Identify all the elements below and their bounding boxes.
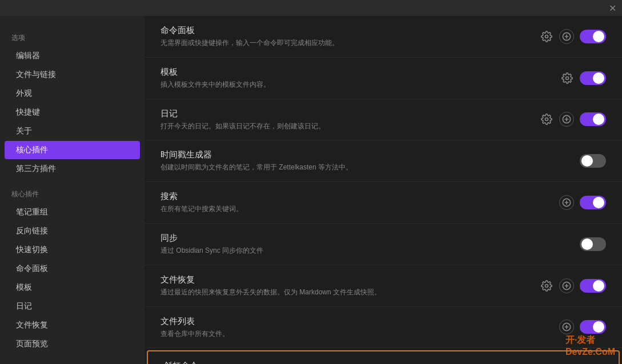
- sidebar-section-options: 选项: [0, 30, 145, 46]
- gear-icon-command-palette[interactable]: [540, 30, 553, 43]
- toggle-sync[interactable]: [580, 237, 606, 251]
- sidebar-item-templates[interactable]: 模板: [5, 278, 140, 297]
- plugin-controls-templates: [560, 71, 606, 85]
- toggle-search[interactable]: [580, 196, 606, 209]
- plugin-info-file-explorer: 文件列表查看仓库中所有文件。: [160, 316, 559, 339]
- plugin-panel: 命令面板无需界面或快捷键操作，输入一个命令即可完成相应功能。 模板插入模板文件夹…: [145, 16, 622, 364]
- sidebar-item-backlinks[interactable]: 反向链接: [5, 222, 140, 240]
- plugin-name-command-palette: 命令面板: [160, 25, 540, 36]
- plugin-item-file-explorer: 文件列表查看仓库中所有文件。: [145, 307, 622, 349]
- plugin-controls-file-recovery: [540, 278, 606, 293]
- sidebar-item-hotkeys[interactable]: 快捷键: [5, 103, 140, 122]
- sidebar-item-appearance[interactable]: 外观: [5, 84, 140, 103]
- plugin-desc-daily-notes: 打开今天的日记。如果该日记不存在，则创建该日记。: [160, 122, 540, 131]
- plugin-item-templates: 模板插入模板文件夹中的模板文件内容。: [145, 58, 622, 99]
- sidebar-item-daily-notes[interactable]: 日记: [5, 297, 140, 316]
- close-button[interactable]: ✕: [607, 3, 617, 13]
- plugin-item-file-recovery: 文件恢复通过最近的快照来恢复意外丢失的数据。仅为 Markdown 文件生成快照…: [145, 265, 622, 307]
- plugin-controls-search: [559, 195, 606, 210]
- plugin-item-sync: 同步通过 Obsidian Sync 同步你的文件: [145, 224, 622, 265]
- plugin-info-zk-prefixer: 时间戳生成器创建以时间戳为文件名的笔记，常用于 Zettelkasten 等方法…: [160, 149, 580, 172]
- plugin-name-sync: 同步: [160, 233, 580, 244]
- plugin-desc-command-palette: 无需界面或快捷键操作，输入一个命令即可完成相应功能。: [160, 38, 540, 48]
- plugin-item-daily-notes: 日记打开今天的日记。如果该日记不存在，则创建该日记。: [145, 99, 622, 141]
- sidebar-item-core-plugins[interactable]: 核心插件: [5, 141, 140, 159]
- sidebar-item-page-preview[interactable]: 页面预览: [5, 335, 140, 353]
- plugin-desc-zk-prefixer: 创建以时间戳为文件名的笔记，常用于 Zettelkasten 等方法中。: [160, 163, 580, 172]
- plugin-item-command-palette: 命令面板无需界面或快捷键操作，输入一个命令即可完成相应功能。: [145, 16, 622, 58]
- toggle-command-palette[interactable]: [580, 30, 606, 43]
- svg-point-4: [566, 76, 569, 79]
- svg-point-12: [545, 284, 548, 287]
- plugin-name-file-explorer: 文件列表: [160, 316, 559, 327]
- plugin-info-sync: 同步通过 Obsidian Sync 同步你的文件: [160, 233, 580, 256]
- plugin-info-daily-notes: 日记打开今天的日记。如果该日记不存在，则创建该日记。: [160, 108, 540, 131]
- plugin-desc-templates: 插入模板文件夹中的模板文件内容。: [160, 80, 560, 90]
- sidebar-item-quick-switch[interactable]: 快速切换: [5, 241, 140, 259]
- svg-point-0: [545, 35, 548, 38]
- plugin-controls-sync: [580, 237, 606, 251]
- plus-icon-file-explorer[interactable]: [559, 319, 574, 334]
- plugin-info-templates: 模板插入模板文件夹中的模板文件内容。: [160, 67, 560, 90]
- plugin-item-search: 搜索在所有笔记中搜索关键词。: [145, 182, 622, 224]
- svg-point-5: [545, 118, 548, 121]
- plugin-desc-file-recovery: 通过最近的快照来恢复意外丢失的数据。仅为 Markdown 文件生成快照。: [160, 288, 540, 297]
- toggle-zk-prefixer[interactable]: [580, 154, 606, 168]
- gear-icon-file-recovery[interactable]: [540, 279, 553, 293]
- plugin-name-slash-command: 斜杠命令: [164, 361, 576, 364]
- watermark: 开·发者 DevZe.CoM: [565, 334, 615, 358]
- plugin-desc-file-explorer: 查看仓库中所有文件。: [160, 329, 559, 339]
- plugin-info-slash-command: 斜杠命令启用后，在编辑器中输入斜杠即可触发命令。: [164, 361, 576, 364]
- plugin-name-file-recovery: 文件恢复: [160, 274, 540, 285]
- plugin-controls-command-palette: [540, 29, 606, 44]
- gear-icon-daily-notes[interactable]: [540, 112, 553, 126]
- plugin-controls-file-explorer: [559, 319, 606, 334]
- sidebar-item-note-reorg[interactable]: 笔记重组: [5, 203, 140, 221]
- plugin-controls-daily-notes: [540, 112, 606, 127]
- app-window: ✕ 选项 编辑器 文件与链接 外观 快捷键 关于 核心插件 第三方插件 核心插件…: [0, 0, 622, 364]
- toggle-daily-notes[interactable]: [580, 112, 606, 126]
- plugin-info-file-recovery: 文件恢复通过最近的快照来恢复意外丢失的数据。仅为 Markdown 文件生成快照…: [160, 274, 540, 297]
- plugin-name-templates: 模板: [160, 67, 560, 78]
- sidebar-item-editor[interactable]: 编辑器: [5, 47, 140, 65]
- plugin-name-zk-prefixer: 时间戳生成器: [160, 149, 580, 160]
- toggle-templates[interactable]: [580, 71, 606, 85]
- gear-icon-templates[interactable]: [560, 71, 574, 85]
- sidebar-item-file-recovery[interactable]: 文件恢复: [5, 316, 140, 334]
- plus-icon-daily-notes[interactable]: [559, 112, 574, 127]
- sidebar-item-files-links[interactable]: 文件与链接: [5, 66, 140, 84]
- plus-icon-file-recovery[interactable]: [559, 278, 574, 293]
- plugin-name-daily-notes: 日记: [160, 108, 540, 119]
- toggle-file-recovery[interactable]: [580, 279, 606, 293]
- sidebar-item-community-plugins[interactable]: 第三方插件: [5, 160, 140, 178]
- plugin-info-search: 搜索在所有笔记中搜索关键词。: [160, 191, 559, 214]
- plugin-info-command-palette: 命令面板无需界面或快捷键操作，输入一个命令即可完成相应功能。: [160, 25, 540, 48]
- plus-icon-search[interactable]: [559, 195, 574, 210]
- plugin-desc-sync: 通过 Obsidian Sync 同步你的文件: [160, 246, 580, 256]
- plus-icon-command-palette[interactable]: [559, 29, 574, 44]
- plugin-controls-zk-prefixer: [580, 154, 606, 168]
- sidebar-item-about[interactable]: 关于: [5, 122, 140, 140]
- plugin-item-slash-command: 斜杠命令启用后，在编辑器中输入斜杠即可触发命令。: [147, 350, 620, 364]
- title-bar: ✕: [0, 0, 622, 16]
- main-content: 选项 编辑器 文件与链接 外观 快捷键 关于 核心插件 第三方插件 核心插件 笔…: [0, 16, 622, 364]
- toggle-file-explorer[interactable]: [580, 320, 606, 334]
- sidebar-item-command-palette[interactable]: 命令面板: [5, 260, 140, 278]
- plugin-desc-search: 在所有笔记中搜索关键词。: [160, 204, 559, 214]
- sidebar-section-core-plugins: 核心插件: [0, 186, 145, 203]
- plugin-item-zk-prefixer: 时间戳生成器创建以时间戳为文件名的笔记，常用于 Zettelkasten 等方法…: [145, 140, 622, 182]
- sidebar: 选项 编辑器 文件与链接 外观 快捷键 关于 核心插件 第三方插件 核心插件 笔…: [0, 16, 145, 364]
- plugin-name-search: 搜索: [160, 191, 559, 202]
